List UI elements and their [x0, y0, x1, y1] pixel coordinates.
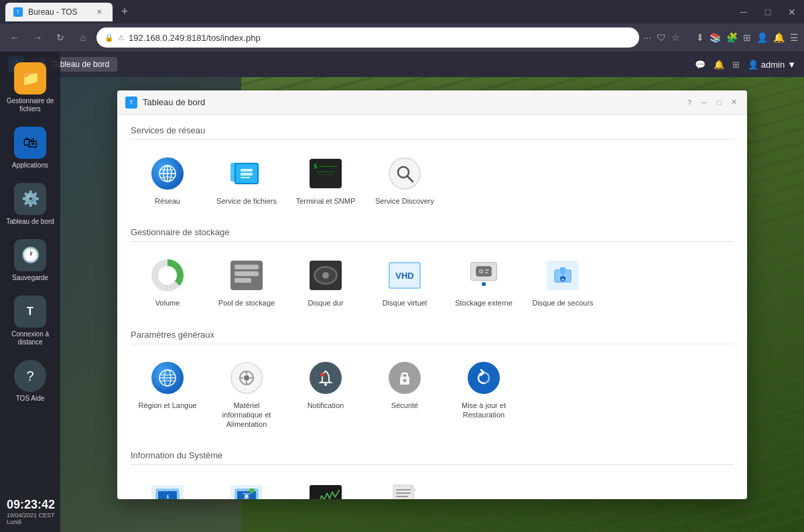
notification-icon[interactable]: 🔔	[773, 32, 785, 43]
restore-button[interactable]: □	[761, 7, 775, 17]
user-chevron: ▼	[787, 60, 796, 70]
svg-point-11	[480, 271, 482, 272]
sidebar-clock: 09:23:42 19/04/2021 CEST Lundi	[0, 492, 60, 532]
svg-rect-48	[396, 496, 408, 497]
minimize-button[interactable]: ─	[737, 7, 750, 17]
network-grid: Réseau	[131, 148, 734, 214]
disque-secours-label: Disque de secours	[532, 298, 593, 308]
app-region[interactable]: Région et Langue	[131, 352, 204, 438]
remote-icon: T	[14, 295, 46, 328]
app-service-fichiers[interactable]: Service de fichiers	[210, 148, 283, 214]
window-minimize-button[interactable]: ─	[699, 97, 710, 108]
avatar-icon[interactable]: 👤	[756, 32, 768, 43]
sidebar-item-files[interactable]: 📁 Gestionnaire de fichiers	[3, 57, 57, 119]
app-securite[interactable]: Sécurité	[368, 352, 442, 438]
address-bar[interactable]: 🔒 ⚠ 192.168.0.249:8181/tos/index.php	[96, 27, 639, 48]
region-label: Région et Langue	[139, 401, 197, 410]
window-restore-button[interactable]: □	[714, 97, 724, 108]
svg-rect-13	[485, 272, 488, 273]
tab-title: Bureau - TOS	[28, 7, 78, 17]
stockage-externe-label: Stockage externe	[455, 298, 513, 308]
app-hw-info[interactable]: ℹ Informations sur le matériel informati…	[131, 473, 204, 499]
volume-icon	[150, 258, 185, 293]
pool-icon	[229, 258, 264, 293]
window-logo: T	[125, 96, 137, 109]
clock-time: 09:23:42	[7, 498, 55, 512]
menu-icon[interactable]: ☰	[790, 32, 799, 43]
dashboard-window: T Tableau de bord ? ─ □ ✕ Services de ré…	[117, 90, 747, 499]
user-avatar: 👤	[748, 60, 758, 70]
warning-icon: ⚠	[118, 34, 125, 42]
desktop: T Bureau - TOS ✕ + ─ □ ✕ ← → ↻ ⌂ 🔒 ⚠ 192…	[0, 0, 804, 532]
app-discovery[interactable]: Service Discovery	[368, 148, 442, 214]
window-title: Tableau de bord	[143, 97, 205, 107]
extensions-icon[interactable]: 🧩	[726, 32, 738, 43]
reseau-icon	[150, 156, 185, 191]
monitor-icon	[308, 481, 343, 499]
forward-button[interactable]: →	[28, 28, 47, 47]
info-grid: ℹ Informations sur le matériel informati…	[131, 473, 734, 499]
backup-icon: 🕐	[14, 239, 46, 271]
bookmark-icon[interactable]: 🛡	[657, 32, 666, 43]
app-service-state[interactable]: État du service	[210, 473, 283, 499]
sidebar-label-files: Gestionnaire de fichiers	[6, 97, 54, 113]
disque-dur-label: Disque dur	[308, 298, 343, 308]
section-storage-title: Gestionnaire de stockage	[131, 227, 734, 242]
svg-rect-12	[485, 269, 489, 271]
sidebar-item-remote[interactable]: T Connexion à distance	[3, 290, 57, 352]
app-disque-secours[interactable]: + Disque de secours	[526, 250, 600, 316]
new-tab-button[interactable]: +	[115, 3, 134, 21]
star-icon[interactable]: ☆	[671, 32, 680, 43]
app-pool[interactable]: Pool de stockage	[210, 250, 283, 316]
grid2-icon[interactable]: ⊞	[732, 60, 740, 70]
more-button[interactable]: ···	[643, 32, 651, 43]
svg-text:ℹ: ℹ	[167, 494, 169, 499]
app-stockage-externe[interactable]: Stockage externe	[447, 250, 521, 316]
back-button[interactable]: ←	[5, 28, 24, 47]
service-fichiers-label: Service de fichiers	[216, 196, 277, 206]
terminal-label: Terminal et SNMP	[296, 196, 356, 206]
app-update[interactable]: Mise à jour et Restauration	[447, 352, 521, 438]
chat-icon[interactable]: 💬	[695, 60, 706, 70]
home-button[interactable]: ⌂	[74, 28, 92, 47]
sidebar-item-help[interactable]: ? TOS Aide	[3, 354, 57, 408]
download-icon[interactable]: ⬇	[696, 32, 704, 43]
grid-icon[interactable]: ⊞	[743, 32, 751, 43]
sidebar-item-dashboard[interactable]: ⚙️ Tableau de bord	[3, 178, 57, 231]
url-display: 192.168.0.249:8181/tos/index.php	[129, 33, 261, 43]
logs-icon	[387, 481, 422, 499]
files-icon: 📁	[14, 62, 46, 94]
app-monitor[interactable]: Moniteur de ressources	[289, 473, 362, 499]
sidebar-item-applications[interactable]: 🛍 Applications	[3, 121, 57, 175]
service-fichiers-icon	[229, 156, 264, 191]
app-reseau[interactable]: Réseau	[131, 148, 204, 214]
app-notification[interactable]: Notification	[289, 352, 362, 438]
hw-info-icon: ℹ	[150, 481, 185, 499]
sidebar: 📁 Gestionnaire de fichiers 🛍 Application…	[0, 52, 60, 532]
app-disque-dur[interactable]: Disque dur	[289, 250, 362, 316]
refresh-button[interactable]: ↻	[51, 28, 70, 47]
sidebar-item-backup[interactable]: 🕐 Sauvegarde	[3, 234, 57, 287]
window-close-button[interactable]: ✕	[728, 97, 739, 108]
svg-point-25	[244, 375, 249, 381]
terminal-icon: $	[308, 156, 343, 191]
applications-icon: 🛍	[14, 127, 46, 159]
user-menu[interactable]: 👤 admin ▼	[748, 60, 796, 70]
tab-close-button[interactable]: ✕	[94, 7, 105, 17]
hardware-label: Matériel informatique et Alimentation	[215, 401, 278, 429]
bell-icon[interactable]: 🔔	[714, 60, 724, 70]
app-disque-virtuel[interactable]: VHD Disque virtuel	[368, 250, 442, 316]
svg-rect-47	[396, 492, 411, 494]
securite-label: Sécurité	[391, 401, 418, 410]
window-help-button[interactable]: ?	[684, 97, 695, 108]
app-logs[interactable]: Journaux du système	[368, 473, 442, 499]
app-terminal[interactable]: $ Terminal et SNMP	[289, 148, 362, 214]
library-icon[interactable]: 📚	[710, 32, 721, 43]
securite-icon	[387, 360, 422, 395]
navbar-right: ··· 🛡 ☆ ⬇ 📚 🧩 ⊞ 👤 🔔 ☰	[643, 32, 799, 43]
browser-tab[interactable]: T Bureau - TOS ✕	[5, 3, 113, 21]
app-hardware[interactable]: Matériel informatique et Alimentation	[210, 352, 283, 438]
app-volume[interactable]: Volume	[131, 250, 204, 316]
close-button[interactable]: ✕	[785, 7, 799, 17]
stockage-externe-icon	[466, 258, 501, 293]
